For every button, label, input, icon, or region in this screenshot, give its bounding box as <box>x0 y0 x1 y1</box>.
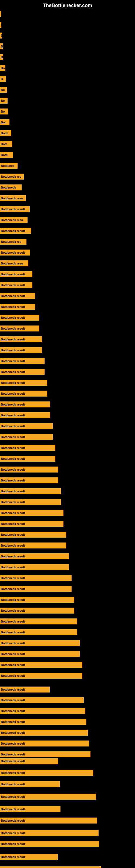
bar-item-17: Bottleneck <box>0 184 21 190</box>
site-title: TheBottlenecker.com <box>0 0 135 10</box>
bar-item-71: Bottleneck result <box>0 770 93 776</box>
bar-fill-13: Bott <box>0 141 12 147</box>
bar-label-19: Bottleneck result <box>1 208 25 211</box>
bar-label-46: Bottleneck result <box>1 500 25 504</box>
bar-fill-47: Bottleneck result <box>0 510 63 516</box>
bar-item-58: Bottleneck result <box>0 629 77 635</box>
bar-fill-54: Bottleneck result <box>0 586 72 592</box>
bar-fill-5: B <box>0 54 3 60</box>
bar-item-35: Bottleneck result <box>0 380 47 386</box>
bar-item-70: Bottleneck result <box>0 758 58 764</box>
bar-item-22: Bottleneck res <box>0 239 27 245</box>
bar-fill-2: F <box>0 22 1 28</box>
bar-fill-31: Bottleneck result <box>0 336 42 342</box>
bar-fill-28: Bottleneck result <box>0 304 35 310</box>
bar-item-3: E <box>0 33 2 38</box>
bar-fill-4: B <box>0 43 3 50</box>
bar-item-55: Bottleneck result <box>0 597 74 603</box>
bar-item-56: Bottleneck result <box>0 608 74 614</box>
bar-fill-60: Bottleneck result <box>0 651 80 657</box>
bar-label-6: Bo <box>1 66 5 70</box>
bar-item-75: Bottleneck result <box>0 817 97 824</box>
bar-item-28: Bottleneck result <box>0 304 35 310</box>
bar-fill-50: Bottleneck result <box>0 542 66 549</box>
bar-item-62: Bottleneck result <box>0 673 82 679</box>
bar-label-48: Bottleneck result <box>1 522 25 525</box>
bar-item-43: Bottleneck result <box>0 467 58 472</box>
bar-label-71: Bottleneck result <box>1 771 25 774</box>
bar-label-31: Bottleneck result <box>1 338 25 341</box>
bar-item-36: Bottleneck result <box>0 391 47 397</box>
bar-label-29: Bottleneck result <box>1 316 25 319</box>
bar-label-11: Bot <box>1 121 6 124</box>
bar-item-74: Bottleneck result <box>0 806 60 812</box>
bar-item-61: Bottleneck result <box>0 662 82 668</box>
bar-fill-61: Bottleneck result <box>0 662 82 668</box>
bar-item-15: Bottlenec <box>0 163 17 169</box>
bar-item-77: Bottleneck result <box>0 841 99 847</box>
bar-label-43: Bottleneck result <box>1 468 25 471</box>
bar-fill-20: Bottleneck resu <box>0 217 28 223</box>
bar-label-32: Bottleneck result <box>1 348 25 352</box>
bar-label-10: Bo <box>1 110 5 113</box>
bar-fill-8: Bo <box>0 87 7 93</box>
bar-label-42: Bottleneck result <box>1 457 25 460</box>
bar-item-50: Bottleneck result <box>0 542 66 549</box>
bar-item-27: Bottleneck result <box>0 293 35 299</box>
bar-fill-69: Bottleneck result <box>0 751 90 757</box>
bar-label-70: Bottleneck result <box>1 760 25 763</box>
bar-label-55: Bottleneck result <box>1 598 25 601</box>
bar-fill-25: Bottleneck result <box>0 271 32 277</box>
bar-item-38: Bottleneck result <box>0 412 50 418</box>
bar-label-54: Bottleneck result <box>1 587 25 590</box>
bar-label-33: Bottleneck result <box>1 360 25 363</box>
bar-label-45: Bottleneck result <box>1 490 25 493</box>
bar-fill-79: Bottleneck result <box>0 866 101 868</box>
bar-item-65: Bottleneck result <box>0 708 85 714</box>
bar-label-3: E <box>1 34 2 37</box>
bar-label-60: Bottleneck result <box>1 652 25 656</box>
bar-item-57: Bottleneck result <box>0 618 77 624</box>
bar-fill-39: Bottleneck result <box>0 423 53 429</box>
bar-fill-76: Bottleneck result <box>0 830 98 836</box>
bar-label-47: Bottleneck result <box>1 511 25 515</box>
bar-fill-43: Bottleneck result <box>0 467 58 472</box>
bar-item-54: Bottleneck result <box>0 586 72 592</box>
bar-fill-73: Bottleneck result <box>0 794 96 800</box>
bar-fill-44: Bottleneck result <box>0 477 58 484</box>
bar-item-23: Bottleneck result <box>0 250 30 255</box>
bar-item-63: Bottleneck result <box>0 686 50 692</box>
bar-label-63: Bottleneck result <box>1 688 25 691</box>
bar-item-68: Bottleneck result <box>0 741 89 746</box>
bar-label-17: Bottleneck <box>1 186 16 189</box>
bar-fill-9: Bo <box>0 98 8 104</box>
bar-fill-65: Bottleneck result <box>0 708 85 714</box>
bar-item-48: Bottleneck result <box>0 521 63 527</box>
bar-fill-27: Bottleneck result <box>0 293 35 299</box>
bar-label-12: Bottl <box>1 131 8 135</box>
bar-item-11: Bot <box>0 119 9 125</box>
bar-label-64: Bottleneck result <box>1 699 25 702</box>
bar-fill-74: Bottleneck result <box>0 806 60 812</box>
bar-fill-19: Bottleneck result <box>0 206 30 212</box>
bar-fill-6: Bo <box>0 65 5 71</box>
bar-label-73: Bottleneck result <box>1 795 25 798</box>
bar-fill-63: Bottleneck result <box>0 686 50 692</box>
bar-fill-34: Bottleneck result <box>0 369 45 375</box>
bar-item-41: Bottleneck result <box>0 445 55 451</box>
bar-item-8: Bo <box>0 87 7 93</box>
bar-fill-52: Bottleneck result <box>0 564 69 570</box>
bar-label-14: Bottl <box>1 153 8 156</box>
bar-label-58: Bottleneck result <box>1 631 25 634</box>
bar-label-4: B <box>1 45 3 48</box>
bar-fill-42: Bottleneck result <box>0 456 55 462</box>
bar-label-18: Bottleneck resu <box>1 197 23 200</box>
bar-label-20: Bottleneck resu <box>1 218 23 222</box>
bar-fill-58: Bottleneck result <box>0 629 77 635</box>
bar-item-37: Bottleneck result <box>0 401 50 407</box>
bar-fill-22: Bottleneck res <box>0 239 27 245</box>
bar-label-57: Bottleneck result <box>1 620 25 623</box>
bar-fill-75: Bottleneck result <box>0 817 97 824</box>
bar-item-24: Bottleneck resu <box>0 260 28 267</box>
bar-label-41: Bottleneck result <box>1 446 25 450</box>
